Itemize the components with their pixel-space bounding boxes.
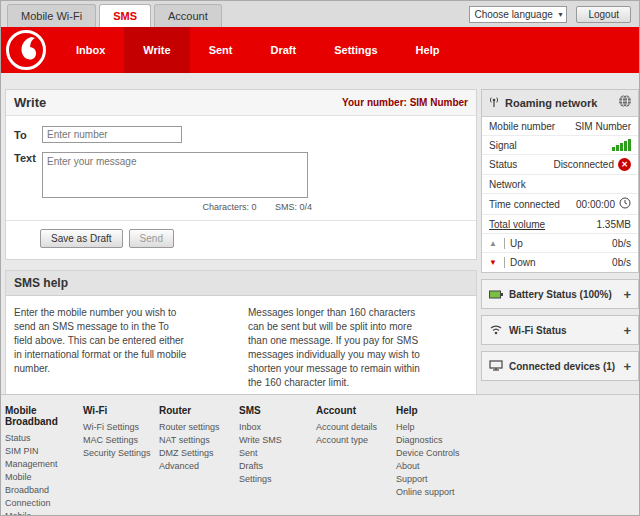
footer-col-title: SMS	[239, 405, 316, 416]
footer-link[interactable]: Wi-Fi Settings	[83, 421, 153, 434]
footer-link[interactable]: Advanced	[159, 460, 229, 473]
footer-col-title: Account	[316, 405, 396, 416]
devices-icon	[489, 357, 503, 375]
sms-compose-form: To Text Characters: 0 SMS: 0/4	[6, 116, 476, 220]
to-row: To	[14, 126, 468, 143]
message-counters: Characters: 0 SMS: 0/4	[42, 198, 312, 220]
nav-item-draft[interactable]: Draft	[252, 27, 316, 73]
language-select-label: Choose language	[474, 9, 552, 20]
up-arrow-icon: ▲	[489, 239, 497, 248]
compose-buttons: Save as Draft Send	[6, 221, 476, 259]
top-right-controls: Choose language ▾ Logout	[469, 6, 639, 27]
language-select[interactable]: Choose language ▾	[469, 6, 567, 23]
footer-link[interactable]: Sent	[239, 447, 309, 460]
app-tabs: Mobile Wi-Fi SMS Account	[1, 4, 225, 27]
text-row: Text	[14, 152, 468, 198]
footer-col-title: Router	[159, 405, 239, 416]
to-label: To	[14, 129, 42, 141]
battery-status-panel[interactable]: Battery Status (100%) +	[481, 279, 639, 309]
tab-account[interactable]: Account	[154, 4, 222, 27]
footer-link[interactable]: DMZ Settings	[159, 447, 229, 460]
footer-link[interactable]: Help	[396, 421, 466, 434]
footer-link[interactable]: Support	[396, 473, 466, 486]
time-connected-label: Time connected	[489, 199, 560, 210]
text-label: Text	[14, 152, 42, 198]
save-as-draft-button[interactable]: Save as Draft	[40, 229, 123, 248]
footer-link[interactable]: Device Controls	[396, 447, 466, 460]
footer-link[interactable]: Settings	[239, 473, 309, 486]
roaming-network-title: Roaming network	[505, 97, 613, 109]
status-label: Status	[489, 159, 517, 170]
nav-item-write[interactable]: Write	[124, 27, 189, 73]
time-connected-row: Time connected 00:00:00	[482, 194, 638, 215]
chevron-down-icon: ▾	[558, 10, 562, 19]
footer-link[interactable]: Security Settings	[83, 447, 153, 460]
globe-icon[interactable]	[618, 94, 632, 112]
sms-help-col1: Enter the mobile number you wish to send…	[14, 306, 190, 390]
footer-col-sms: SMS Inbox Write SMS Sent Drafts Settings	[239, 405, 316, 515]
footer-link[interactable]: NAT settings	[159, 434, 229, 447]
footer-link[interactable]: SIM PIN Management	[5, 445, 75, 471]
download-row: ▼ Down 0b/s	[482, 253, 638, 272]
page-title: Write	[14, 95, 46, 110]
network-label: Network	[489, 179, 526, 190]
footer-link[interactable]: Account type	[316, 434, 386, 447]
battery-icon	[489, 285, 503, 303]
disconnected-icon: ✕	[618, 158, 631, 171]
footer-col-title: Mobile Broadband	[5, 405, 83, 427]
footer-col-title: Help	[396, 405, 480, 416]
footer-link[interactable]: Mobile Broadband Connection	[5, 471, 75, 510]
footer-link[interactable]: Drafts	[239, 460, 309, 473]
upload-row: ▲ Up 0b/s	[482, 234, 638, 253]
connected-devices-panel[interactable]: Connected devices (1) +	[481, 351, 639, 381]
total-volume-row: Total volume 1.35MB	[482, 215, 638, 234]
footer-link[interactable]: Write SMS	[239, 434, 309, 447]
up-label: Up	[504, 238, 523, 249]
footer-col-router: Router Router settings NAT settings DMZ …	[159, 405, 239, 515]
down-arrow-icon: ▼	[489, 258, 497, 267]
signal-bars-icon	[612, 139, 631, 151]
footer-col-help: Help Help Diagnostics Device Controls Ab…	[396, 405, 480, 515]
wifi-status-panel[interactable]: Wi-Fi Status +	[481, 315, 639, 345]
logout-button[interactable]: Logout	[576, 6, 631, 23]
sms-nav: Inbox Write Sent Draft Settings Help	[57, 27, 458, 73]
footer-sitemap: Mobile Broadband Status SIM PIN Manageme…	[1, 394, 639, 515]
send-button[interactable]: Send	[129, 229, 174, 248]
footer-link[interactable]: Diagnostics	[396, 434, 466, 447]
sms-help-body: Enter the mobile number you wish to send…	[6, 296, 476, 406]
content-area: Write Your number: SIM Number To Text Ch…	[1, 73, 639, 407]
tab-mobile-wifi[interactable]: Mobile Wi-Fi	[7, 4, 96, 27]
connected-devices-label: Connected devices (1)	[509, 361, 617, 372]
vodafone-logo-icon	[5, 29, 47, 71]
footer-col-mobile-broadband: Mobile Broadband Status SIM PIN Manageme…	[5, 405, 83, 515]
antenna-icon	[488, 94, 500, 112]
tab-sms[interactable]: SMS	[99, 4, 151, 27]
main-column: Write Your number: SIM Number To Text Ch…	[5, 89, 477, 407]
footer-link[interactable]: Router settings	[159, 421, 229, 434]
nav-item-sent[interactable]: Sent	[190, 27, 252, 73]
footer-link[interactable]: Mobile Broadband Network	[5, 510, 75, 516]
message-textarea[interactable]	[42, 152, 308, 198]
footer-link[interactable]: Online support	[396, 486, 466, 499]
nav-item-inbox[interactable]: Inbox	[57, 27, 124, 73]
footer-link[interactable]: Inbox	[239, 421, 309, 434]
sms-counter: SMS: 0/4	[275, 202, 312, 212]
mobile-number-row: Mobile number SIM Number	[482, 117, 638, 136]
footer-link[interactable]: MAC Settings	[83, 434, 153, 447]
expand-plus-icon: +	[623, 359, 631, 374]
router-admin-window: Mobile Wi-Fi SMS Account Choose language…	[0, 0, 640, 516]
status-sidebar: Roaming network Mobile number SIM Numb	[481, 89, 639, 381]
nav-item-help[interactable]: Help	[397, 27, 459, 73]
footer-link[interactable]: Status	[5, 432, 75, 445]
sms-help-title: SMS help	[6, 271, 476, 296]
wifi-icon	[489, 321, 503, 339]
footer-link[interactable]: Account details	[316, 421, 386, 434]
footer-col-title: Wi-Fi	[83, 405, 159, 416]
signal-row: Signal	[482, 136, 638, 155]
footer-link[interactable]: About	[396, 460, 466, 473]
footer-col-wifi: Wi-Fi Wi-Fi Settings MAC Settings Securi…	[83, 405, 159, 515]
to-input[interactable]	[42, 126, 182, 143]
total-volume-value: 1.35MB	[597, 219, 631, 230]
nav-item-settings[interactable]: Settings	[315, 27, 396, 73]
total-volume-link[interactable]: Total volume	[489, 219, 545, 230]
